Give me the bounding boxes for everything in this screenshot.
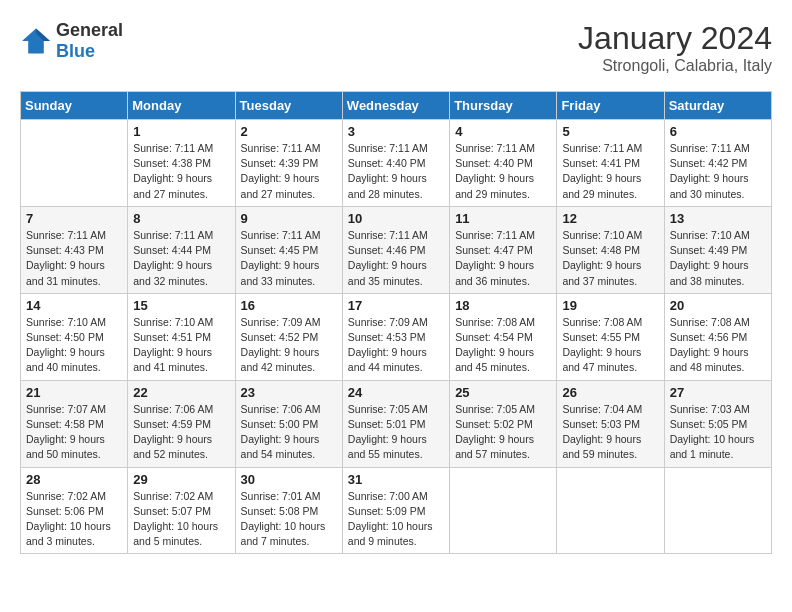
day-of-week-header: Wednesday	[342, 92, 449, 120]
day-info: Sunrise: 7:05 AMSunset: 5:02 PMDaylight:…	[455, 402, 551, 463]
day-info: Sunrise: 7:11 AMSunset: 4:38 PMDaylight:…	[133, 141, 229, 202]
day-number: 2	[241, 124, 337, 139]
calendar-day-cell: 10Sunrise: 7:11 AMSunset: 4:46 PMDayligh…	[342, 206, 449, 293]
calendar-day-cell	[21, 120, 128, 207]
day-number: 9	[241, 211, 337, 226]
day-number: 16	[241, 298, 337, 313]
calendar-week-row: 1Sunrise: 7:11 AMSunset: 4:38 PMDaylight…	[21, 120, 772, 207]
calendar-day-cell: 15Sunrise: 7:10 AMSunset: 4:51 PMDayligh…	[128, 293, 235, 380]
calendar-day-cell: 24Sunrise: 7:05 AMSunset: 5:01 PMDayligh…	[342, 380, 449, 467]
calendar-day-cell: 8Sunrise: 7:11 AMSunset: 4:44 PMDaylight…	[128, 206, 235, 293]
day-of-week-header: Sunday	[21, 92, 128, 120]
title-block: January 2024 Strongoli, Calabria, Italy	[578, 20, 772, 75]
calendar-day-cell: 6Sunrise: 7:11 AMSunset: 4:42 PMDaylight…	[664, 120, 771, 207]
day-number: 27	[670, 385, 766, 400]
logo: General Blue	[20, 20, 123, 62]
month-title: January 2024	[578, 20, 772, 57]
logo-icon	[20, 27, 52, 55]
calendar-header-row: SundayMondayTuesdayWednesdayThursdayFrid…	[21, 92, 772, 120]
day-info: Sunrise: 7:07 AMSunset: 4:58 PMDaylight:…	[26, 402, 122, 463]
day-info: Sunrise: 7:02 AMSunset: 5:07 PMDaylight:…	[133, 489, 229, 550]
day-of-week-header: Friday	[557, 92, 664, 120]
calendar-day-cell: 5Sunrise: 7:11 AMSunset: 4:41 PMDaylight…	[557, 120, 664, 207]
day-number: 30	[241, 472, 337, 487]
day-number: 1	[133, 124, 229, 139]
day-info: Sunrise: 7:11 AMSunset: 4:39 PMDaylight:…	[241, 141, 337, 202]
logo-text: General Blue	[56, 20, 123, 62]
day-of-week-header: Thursday	[450, 92, 557, 120]
calendar-day-cell: 23Sunrise: 7:06 AMSunset: 5:00 PMDayligh…	[235, 380, 342, 467]
day-info: Sunrise: 7:08 AMSunset: 4:55 PMDaylight:…	[562, 315, 658, 376]
day-number: 13	[670, 211, 766, 226]
day-info: Sunrise: 7:11 AMSunset: 4:43 PMDaylight:…	[26, 228, 122, 289]
day-number: 15	[133, 298, 229, 313]
day-info: Sunrise: 7:11 AMSunset: 4:42 PMDaylight:…	[670, 141, 766, 202]
calendar-day-cell: 19Sunrise: 7:08 AMSunset: 4:55 PMDayligh…	[557, 293, 664, 380]
day-info: Sunrise: 7:11 AMSunset: 4:41 PMDaylight:…	[562, 141, 658, 202]
calendar-day-cell: 22Sunrise: 7:06 AMSunset: 4:59 PMDayligh…	[128, 380, 235, 467]
calendar-day-cell: 28Sunrise: 7:02 AMSunset: 5:06 PMDayligh…	[21, 467, 128, 554]
day-number: 21	[26, 385, 122, 400]
calendar-table: SundayMondayTuesdayWednesdayThursdayFrid…	[20, 91, 772, 554]
day-number: 28	[26, 472, 122, 487]
day-number: 29	[133, 472, 229, 487]
day-number: 3	[348, 124, 444, 139]
day-number: 19	[562, 298, 658, 313]
day-number: 22	[133, 385, 229, 400]
day-number: 12	[562, 211, 658, 226]
day-number: 26	[562, 385, 658, 400]
calendar-day-cell: 16Sunrise: 7:09 AMSunset: 4:52 PMDayligh…	[235, 293, 342, 380]
day-info: Sunrise: 7:11 AMSunset: 4:45 PMDaylight:…	[241, 228, 337, 289]
day-number: 4	[455, 124, 551, 139]
calendar-day-cell: 7Sunrise: 7:11 AMSunset: 4:43 PMDaylight…	[21, 206, 128, 293]
day-info: Sunrise: 7:11 AMSunset: 4:46 PMDaylight:…	[348, 228, 444, 289]
day-number: 18	[455, 298, 551, 313]
day-number: 11	[455, 211, 551, 226]
day-info: Sunrise: 7:02 AMSunset: 5:06 PMDaylight:…	[26, 489, 122, 550]
location: Strongoli, Calabria, Italy	[578, 57, 772, 75]
day-info: Sunrise: 7:10 AMSunset: 4:48 PMDaylight:…	[562, 228, 658, 289]
day-info: Sunrise: 7:01 AMSunset: 5:08 PMDaylight:…	[241, 489, 337, 550]
calendar-day-cell: 1Sunrise: 7:11 AMSunset: 4:38 PMDaylight…	[128, 120, 235, 207]
day-number: 14	[26, 298, 122, 313]
day-info: Sunrise: 7:11 AMSunset: 4:40 PMDaylight:…	[348, 141, 444, 202]
calendar-day-cell: 27Sunrise: 7:03 AMSunset: 5:05 PMDayligh…	[664, 380, 771, 467]
day-info: Sunrise: 7:10 AMSunset: 4:51 PMDaylight:…	[133, 315, 229, 376]
calendar-week-row: 7Sunrise: 7:11 AMSunset: 4:43 PMDaylight…	[21, 206, 772, 293]
day-info: Sunrise: 7:09 AMSunset: 4:53 PMDaylight:…	[348, 315, 444, 376]
calendar-day-cell: 2Sunrise: 7:11 AMSunset: 4:39 PMDaylight…	[235, 120, 342, 207]
calendar-day-cell: 11Sunrise: 7:11 AMSunset: 4:47 PMDayligh…	[450, 206, 557, 293]
calendar-day-cell	[450, 467, 557, 554]
day-info: Sunrise: 7:11 AMSunset: 4:47 PMDaylight:…	[455, 228, 551, 289]
day-number: 8	[133, 211, 229, 226]
day-info: Sunrise: 7:04 AMSunset: 5:03 PMDaylight:…	[562, 402, 658, 463]
day-info: Sunrise: 7:08 AMSunset: 4:54 PMDaylight:…	[455, 315, 551, 376]
day-number: 10	[348, 211, 444, 226]
calendar-week-row: 21Sunrise: 7:07 AMSunset: 4:58 PMDayligh…	[21, 380, 772, 467]
day-info: Sunrise: 7:06 AMSunset: 4:59 PMDaylight:…	[133, 402, 229, 463]
day-info: Sunrise: 7:09 AMSunset: 4:52 PMDaylight:…	[241, 315, 337, 376]
calendar-day-cell: 29Sunrise: 7:02 AMSunset: 5:07 PMDayligh…	[128, 467, 235, 554]
calendar-day-cell: 31Sunrise: 7:00 AMSunset: 5:09 PMDayligh…	[342, 467, 449, 554]
calendar-day-cell: 4Sunrise: 7:11 AMSunset: 4:40 PMDaylight…	[450, 120, 557, 207]
day-info: Sunrise: 7:06 AMSunset: 5:00 PMDaylight:…	[241, 402, 337, 463]
calendar-day-cell: 21Sunrise: 7:07 AMSunset: 4:58 PMDayligh…	[21, 380, 128, 467]
page-header: General Blue January 2024 Strongoli, Cal…	[20, 20, 772, 75]
calendar-day-cell: 20Sunrise: 7:08 AMSunset: 4:56 PMDayligh…	[664, 293, 771, 380]
day-info: Sunrise: 7:11 AMSunset: 4:44 PMDaylight:…	[133, 228, 229, 289]
calendar-day-cell	[664, 467, 771, 554]
calendar-day-cell	[557, 467, 664, 554]
day-number: 17	[348, 298, 444, 313]
calendar-day-cell: 26Sunrise: 7:04 AMSunset: 5:03 PMDayligh…	[557, 380, 664, 467]
day-info: Sunrise: 7:10 AMSunset: 4:49 PMDaylight:…	[670, 228, 766, 289]
calendar-day-cell: 12Sunrise: 7:10 AMSunset: 4:48 PMDayligh…	[557, 206, 664, 293]
day-number: 25	[455, 385, 551, 400]
calendar-week-row: 14Sunrise: 7:10 AMSunset: 4:50 PMDayligh…	[21, 293, 772, 380]
day-of-week-header: Saturday	[664, 92, 771, 120]
day-number: 6	[670, 124, 766, 139]
day-number: 31	[348, 472, 444, 487]
day-info: Sunrise: 7:05 AMSunset: 5:01 PMDaylight:…	[348, 402, 444, 463]
day-number: 20	[670, 298, 766, 313]
calendar-day-cell: 9Sunrise: 7:11 AMSunset: 4:45 PMDaylight…	[235, 206, 342, 293]
calendar-day-cell: 13Sunrise: 7:10 AMSunset: 4:49 PMDayligh…	[664, 206, 771, 293]
